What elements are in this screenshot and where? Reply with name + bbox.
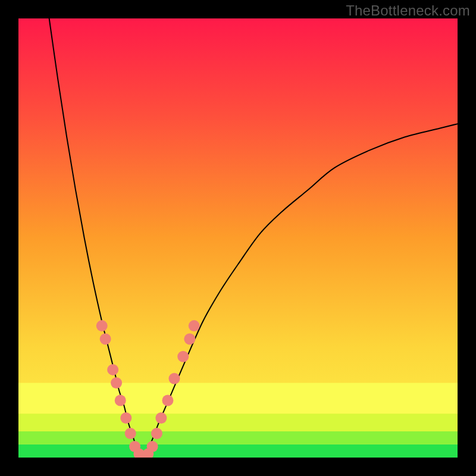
dot (100, 333, 111, 345)
highlight-dots (96, 320, 200, 458)
dot (111, 377, 122, 389)
dot (184, 333, 195, 345)
dot (107, 364, 118, 375)
dot (168, 373, 180, 384)
dot (189, 320, 200, 331)
dot (96, 320, 108, 331)
watermark-label: TheBottleneck.com (346, 2, 470, 19)
dot (155, 412, 167, 424)
chart-frame: TheBottleneck.com (0, 0, 476, 476)
dot (120, 412, 131, 424)
plot-area (18, 18, 458, 458)
dot (162, 395, 173, 406)
dot (151, 428, 162, 439)
dot (147, 441, 158, 452)
curve-right-branch (142, 124, 458, 458)
dot (115, 395, 126, 406)
dot (177, 351, 189, 362)
curve-layer (18, 18, 458, 458)
curve-left-branch (49, 18, 142, 458)
dot (125, 428, 136, 439)
